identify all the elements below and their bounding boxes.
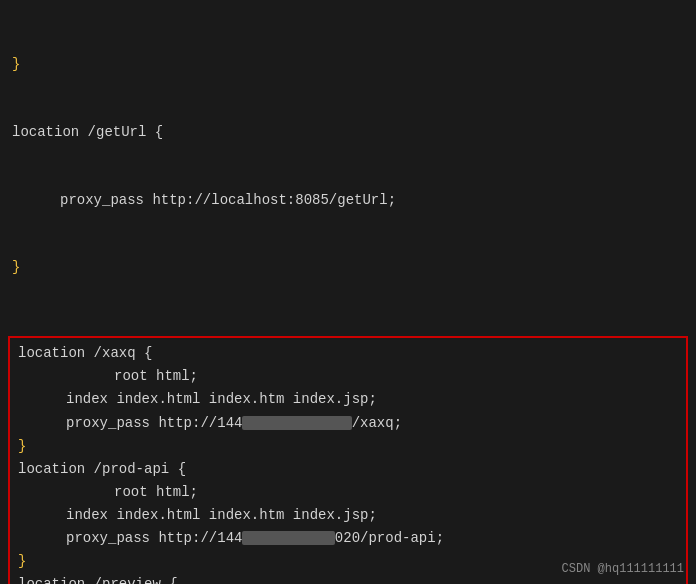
top-bracket-line: }	[12, 53, 684, 76]
redacted-2	[242, 531, 334, 545]
xaxq-proxy: proxy_pass http://144 /xaxq;	[18, 412, 678, 435]
prodapi-open: location /prod-api {	[18, 458, 678, 481]
xaxq-close: }	[18, 435, 678, 458]
location-geturl-line: location /getUrl {	[12, 121, 684, 144]
block-xaxq: location /xaxq { root html; index index.…	[18, 342, 678, 457]
xaxq-index: index index.html index.htm index.jsp;	[18, 388, 678, 411]
top-close-bracket: }	[12, 256, 684, 279]
watermark: CSDN @hq111111111	[562, 562, 684, 576]
prodapi-root: root html;	[18, 481, 678, 504]
top-code-section: } location /getUrl { proxy_pass http://l…	[0, 0, 696, 332]
highlighted-block: location /xaxq { root html; index index.…	[8, 336, 688, 584]
prodapi-index: index index.html index.htm index.jsp;	[18, 504, 678, 527]
prodapi-proxy: proxy_pass http://144 020/prod-api;	[18, 527, 678, 550]
redacted-1	[242, 416, 351, 430]
xaxq-root: root html;	[18, 365, 678, 388]
proxy-pass-line: proxy_pass http://localhost:8085/getUrl;	[12, 189, 684, 212]
xaxq-open: location /xaxq {	[18, 342, 678, 365]
block-prod-api: location /prod-api { root html; index in…	[18, 458, 678, 573]
code-container: } location /getUrl { proxy_pass http://l…	[0, 0, 696, 584]
